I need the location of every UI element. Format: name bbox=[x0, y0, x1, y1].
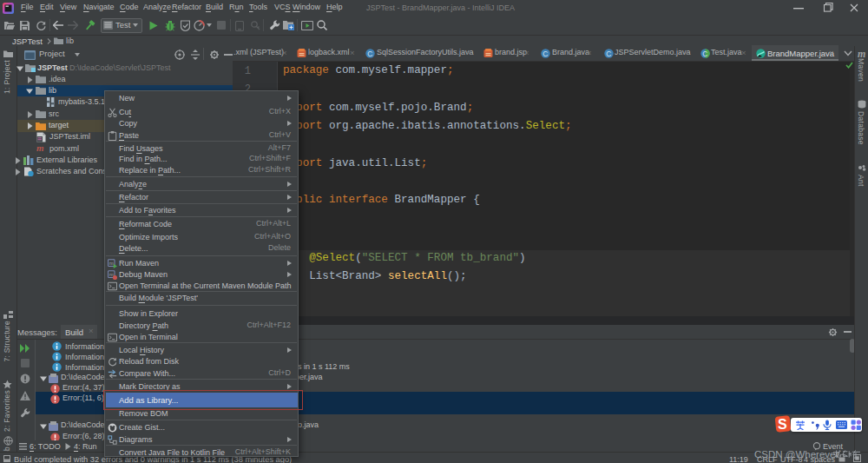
svg-text:C: C bbox=[702, 50, 707, 58]
svg-text:C: C bbox=[542, 50, 548, 58]
svg-text:m: m bbox=[109, 261, 114, 266]
svg-text:C: C bbox=[606, 50, 611, 58]
svg-text:C: C bbox=[367, 50, 372, 58]
svg-text:S: S bbox=[778, 417, 787, 432]
svg-text:m: m bbox=[109, 272, 114, 277]
